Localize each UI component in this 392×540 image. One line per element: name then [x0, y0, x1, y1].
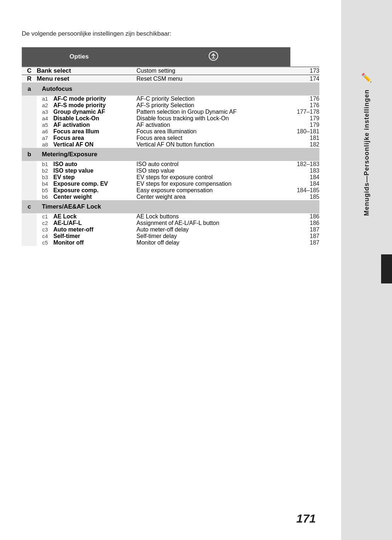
sidebar: ✏️ Menugids—Persoonlijke instellingen: [341, 0, 392, 540]
row-sub: b4: [37, 181, 53, 187]
row-desc: Auto meter-off delay: [136, 226, 290, 233]
row-empty: [22, 128, 37, 135]
table-row: b1 ISO auto ISO auto control 182–183: [22, 161, 319, 168]
row-desc: ISO auto control: [136, 161, 290, 168]
row-sub: a6: [37, 128, 53, 135]
row-page: 186: [290, 220, 319, 226]
row-name: AF-S mode priority: [53, 102, 136, 109]
row-page: 187: [290, 233, 319, 239]
row-sub: b6: [37, 194, 53, 200]
row-name: Center weight: [53, 194, 136, 200]
row-sub: a1: [37, 96, 53, 102]
row-sub: c3: [37, 226, 53, 233]
row-name: ISO step value: [53, 168, 136, 174]
row-desc: AF activation: [136, 122, 290, 128]
row-empty: [22, 168, 37, 174]
row-desc: Reset CSM menu: [136, 75, 290, 82]
pencil-icon: ✏️: [361, 73, 372, 83]
row-empty: [22, 226, 37, 233]
icon-header: [136, 47, 290, 67]
settings-table: Opties C Bank select Custom setting 173: [22, 47, 319, 246]
row-page: 184: [290, 174, 319, 181]
row-page: 185: [290, 194, 319, 200]
row-name: Auto meter-off: [53, 226, 136, 233]
row-page: 183: [290, 168, 319, 174]
row-sub: b3: [37, 174, 53, 181]
row-empty: [22, 102, 37, 109]
table-row: b Metering/Exposure: [22, 148, 319, 161]
row-page: 182–183: [290, 161, 319, 168]
options-header: Opties: [22, 47, 136, 67]
row-desc: EV steps for exposure control: [136, 174, 290, 181]
section-letter: b: [22, 148, 37, 161]
row-name: Monitor off: [53, 239, 136, 246]
table-row: C Bank select Custom setting 173: [22, 67, 319, 75]
table-row: b2 ISO step value ISO step value 183: [22, 168, 319, 174]
row-name: Vertical AF ON: [53, 141, 136, 148]
row-empty: [22, 115, 37, 122]
row-name: Focus area Illum: [53, 128, 136, 135]
table-row: c5 Monitor off Monitor off delay 187: [22, 239, 319, 246]
page-content: De volgende persoonlijke instellingen zi…: [0, 0, 341, 540]
row-desc: Focus area select: [136, 135, 290, 141]
row-desc: ISO step value: [136, 168, 290, 174]
row-desc: Self-timer delay: [136, 233, 290, 239]
row-empty: [22, 161, 37, 168]
row-name: Self-timer: [53, 233, 136, 239]
row-name: AF-C mode priority: [53, 96, 136, 102]
table-row: a Autofocus: [22, 82, 319, 96]
row-page: 179: [290, 115, 319, 122]
table-row: c2 AE-L/AF-L Assignment of AE-L/AF-L but…: [22, 220, 319, 226]
row-empty: [22, 174, 37, 181]
row-sub: a2: [37, 102, 53, 109]
row-sub: b5: [37, 187, 53, 194]
row-desc: Vertical AF ON button function: [136, 141, 290, 148]
row-empty: [22, 213, 37, 220]
row-desc: Center weight area: [136, 194, 290, 200]
row-page: 174: [290, 75, 319, 82]
row-sub: a3: [37, 109, 53, 115]
row-name: Bank select: [37, 67, 136, 75]
table-row: a3 Group dynamic AF Pattern selection in…: [22, 109, 319, 115]
row-empty: [22, 239, 37, 246]
section-letter: a: [22, 82, 37, 96]
row-empty: [22, 194, 37, 200]
row-name: ISO auto: [53, 161, 136, 168]
table-row: R Menu reset Reset CSM menu 174: [22, 75, 319, 82]
row-desc: Disable focus tracking with Lock-On: [136, 115, 290, 122]
row-empty: [22, 96, 37, 102]
page-number: 171: [297, 512, 316, 525]
row-sub: c4: [37, 233, 53, 239]
table-row: a6 Focus area Illum Focus area Illuminat…: [22, 128, 319, 135]
row-page: 182: [290, 141, 319, 148]
table-row: a2 AF-S mode priority AF-S priority Sele…: [22, 102, 319, 109]
row-sub: a5: [37, 122, 53, 128]
section-name: Metering/Exposure: [37, 148, 290, 161]
row-page: 184–185: [290, 187, 319, 194]
table-row: b3 EV step EV steps for exposure control…: [22, 174, 319, 181]
row-name: Exposure comp. EV: [53, 181, 136, 187]
row-page: 186: [290, 213, 319, 220]
row-page: 173: [290, 67, 319, 75]
table-row: a4 Disable Lock-On Disable focus trackin…: [22, 115, 319, 122]
row-empty: [22, 109, 37, 115]
row-letter: C: [22, 67, 37, 75]
row-desc: Custom setting: [136, 67, 290, 75]
section-page: [290, 200, 319, 213]
row-name: Exposure comp.: [53, 187, 136, 194]
row-page: 187: [290, 239, 319, 246]
row-sub: c1: [37, 213, 53, 220]
row-name: AE-L/AF-L: [53, 220, 136, 226]
row-desc: EV steps for exposure compensation: [136, 181, 290, 187]
row-page: 180–181: [290, 128, 319, 135]
sidebar-icon-area: ✏️ Menugids—Persoonlijke instellingen: [341, 0, 392, 219]
row-page: 177–178: [290, 109, 319, 115]
row-empty: [22, 122, 37, 128]
table-row: a1 AF-C mode priority AF-C priority Sele…: [22, 96, 319, 102]
table-row: b5 Exposure comp. Easy exposure compensa…: [22, 187, 319, 194]
row-desc: AF-S priority Selection: [136, 102, 290, 109]
row-name: Disable Lock-On: [53, 115, 136, 122]
sidebar-label: Menugids—Persoonlijke instellingen: [363, 89, 371, 216]
row-sub: c5: [37, 239, 53, 246]
row-page: 187: [290, 226, 319, 233]
